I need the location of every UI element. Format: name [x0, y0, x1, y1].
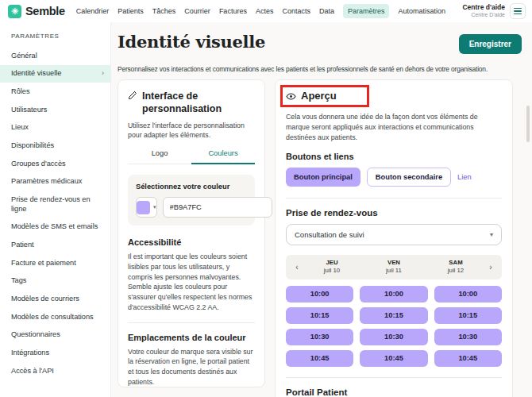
- app-window: ✳ Semble Calendrier Patients Tâches Cour…: [0, 0, 532, 397]
- navbar-right: Centre d'aide Centre D'aide: [462, 3, 526, 19]
- time-slot[interactable]: 10:45: [434, 350, 502, 367]
- nav-item-courrier[interactable]: Courrier: [184, 7, 210, 15]
- booking-heading: Prise de rendez-vous: [286, 208, 502, 218]
- customization-card-description: Utilisez l'interface de personnalisation…: [128, 121, 255, 141]
- time-slot[interactable]: 10:15: [286, 307, 353, 324]
- tab-couleurs[interactable]: Couleurs: [191, 149, 255, 164]
- time-slot[interactable]: 10:45: [286, 350, 353, 367]
- sidebar-item-utilisateurs[interactable]: Utilisateurs: [0, 101, 110, 119]
- time-slot[interactable]: 10:00: [434, 286, 502, 303]
- scrollbar-thumb[interactable]: [526, 106, 530, 142]
- sidebar-item-rdv-en-ligne[interactable]: Prise de rendez-vous en ligne: [0, 191, 110, 218]
- placements-text: Votre couleur de marque sera visible sur…: [128, 347, 255, 387]
- semble-logo-icon: ✳: [8, 5, 21, 18]
- chevron-right-icon[interactable]: ›: [487, 263, 495, 272]
- color-picker-label: Sélectionnez votre couleur: [136, 183, 247, 191]
- time-slot[interactable]: 10:30: [434, 329, 502, 345]
- divider: [286, 198, 502, 198]
- nav-item-factures[interactable]: Factures: [219, 7, 247, 15]
- time-slot[interactable]: 10:00: [286, 286, 353, 303]
- time-slot[interactable]: 10:30: [286, 329, 353, 345]
- sidebar-item-facture-paiement[interactable]: Facture et paiement: [0, 254, 110, 272]
- sidebar-item-general[interactable]: Général: [0, 47, 110, 65]
- sidebar-item-acces-api[interactable]: Accès à l'API: [0, 362, 110, 380]
- page-description: Personnalisez vos interactions et commun…: [118, 65, 488, 73]
- buttons-links-heading: Boutons et liens: [286, 152, 502, 161]
- accessibility-text: Il est important que les couleurs soient…: [128, 252, 255, 313]
- pencil-icon: [128, 91, 137, 100]
- eye-icon: [286, 91, 296, 102]
- preview-description: Cela vous donnera une idée de la façon d…: [286, 112, 502, 142]
- accessibility-heading: Accessibilité: [128, 237, 255, 247]
- placements-heading: Emplacements de la couleur: [128, 333, 255, 342]
- time-slot[interactable]: 10:15: [360, 307, 427, 324]
- nav-item-data[interactable]: Data: [319, 7, 334, 15]
- sidebar-header: PARAMÈTRES: [11, 33, 110, 40]
- hamburger-menu-button[interactable]: [510, 3, 526, 19]
- calendar-day-sat: SAM juil 12: [425, 259, 487, 274]
- sidebar-item-modeles-sms-emails[interactable]: Modèles de SMS et emails: [0, 218, 110, 237]
- color-swatch-select[interactable]: ▾: [136, 197, 157, 218]
- sidebar-item-integrations[interactable]: Intégrations: [0, 345, 110, 363]
- brand-name: Semble: [25, 5, 65, 17]
- chevron-left-icon[interactable]: ‹: [293, 263, 301, 272]
- semble-logo[interactable]: ✳ Semble: [8, 5, 65, 18]
- sidebar-item-groupes-acces[interactable]: Groupes d'accès: [0, 155, 110, 173]
- divider: [286, 377, 502, 378]
- customization-tabs: Logo Couleurs: [128, 149, 255, 164]
- help-center[interactable]: Centre d'aide Centre D'aide: [462, 3, 505, 18]
- sidebar-item-identite-visuelle[interactable]: Identité visuelle ›: [0, 65, 110, 83]
- main-nav: Calendrier Patients Tâches Courrier Fact…: [76, 4, 445, 18]
- page-title: Identité visuelle: [118, 32, 265, 52]
- time-slot[interactable]: 10:15: [434, 307, 502, 324]
- chevron-right-icon: ›: [102, 69, 104, 78]
- sidebar-item-lieux[interactable]: Lieux: [0, 119, 110, 137]
- sidebar-item-questionnaires[interactable]: Questionnaires: [0, 326, 110, 345]
- calendar-day-thu: JEU juil 10: [301, 259, 363, 274]
- calendar-header: ‹ JEU juil 10 VEN juil 11 SAM juil 12 ›: [286, 255, 502, 279]
- sidebar-item-patient[interactable]: Patient: [0, 236, 110, 254]
- service-select[interactable]: Consultation de suivi ▾: [286, 224, 502, 245]
- link-preview[interactable]: Lien: [457, 173, 472, 181]
- sidebar-item-roles[interactable]: Rôles: [0, 83, 110, 101]
- sidebar-list: Général Identité visuelle › Rôles Utilis…: [0, 47, 110, 380]
- nav-item-patients[interactable]: Patients: [118, 7, 144, 15]
- time-slot[interactable]: 10:00: [360, 286, 427, 303]
- portal-heading: Portail Patient: [286, 387, 502, 397]
- nav-item-parametres[interactable]: Paramètres: [343, 4, 390, 18]
- help-center-subtitle: Centre D'aide: [462, 12, 505, 19]
- time-slot[interactable]: 10:45: [360, 350, 427, 367]
- sidebar-item-modeles-courriers[interactable]: Modèles de courriers: [0, 290, 110, 308]
- nav-item-actes[interactable]: Actes: [256, 7, 274, 15]
- divider: [128, 322, 255, 323]
- calendar-day-fri: VEN juil 11: [363, 259, 425, 274]
- tab-logo[interactable]: Logo: [128, 149, 191, 164]
- preview-buttons-row: Bouton principal Bouton secondaire Lien: [286, 168, 502, 187]
- help-center-title: Centre d'aide: [462, 3, 505, 12]
- time-slot-grid: 10:00 10:00 10:00 10:15 10:15 10:15 10:3…: [286, 286, 502, 367]
- save-button[interactable]: Enregistrer: [459, 34, 522, 54]
- nav-item-calendrier[interactable]: Calendrier: [76, 7, 110, 15]
- preview-card-title: Aperçu: [286, 90, 337, 103]
- time-slot[interactable]: 10:30: [360, 329, 427, 345]
- customization-card-title: Interface de personnalisation: [128, 90, 255, 116]
- hamburger-menu-icon: [514, 8, 522, 10]
- service-select-value: Consultation de suivi: [295, 230, 364, 239]
- color-picker-panel: Sélectionnez votre couleur ▾: [128, 175, 255, 225]
- sidebar-item-disponibilites[interactable]: Disponibilités: [0, 137, 110, 155]
- settings-sidebar: PARAMÈTRES Général Identité visuelle › R…: [0, 22, 111, 397]
- customization-card: Interface de personnalisation Utilisez l…: [118, 79, 265, 387]
- sidebar-item-modeles-consultations[interactable]: Modèles de consultations: [0, 308, 110, 326]
- primary-button-preview[interactable]: Bouton principal: [286, 168, 360, 187]
- nav-item-taches[interactable]: Tâches: [152, 7, 176, 15]
- chevron-down-icon: ▾: [490, 231, 493, 238]
- preview-card: Aperçu Cela vous donnera une idée de la …: [275, 79, 513, 397]
- nav-item-automatisation[interactable]: Automatisation: [398, 7, 445, 15]
- secondary-button-preview[interactable]: Bouton secondaire: [367, 168, 451, 187]
- color-swatch: [137, 201, 150, 214]
- sidebar-item-parametres-medicaux[interactable]: Paramètres médicaux: [0, 173, 110, 191]
- hex-color-input[interactable]: [163, 197, 272, 218]
- sidebar-item-tags[interactable]: Tags: [0, 272, 110, 291]
- nav-item-contacts[interactable]: Contacts: [282, 7, 310, 15]
- chevron-down-icon: ▾: [153, 204, 156, 210]
